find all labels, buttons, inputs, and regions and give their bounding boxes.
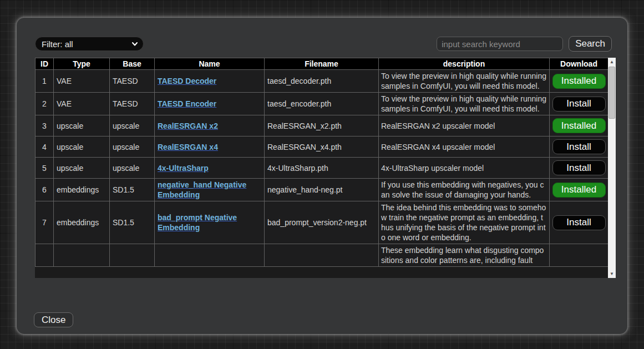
cell-filename: taesd_decoder.pth	[265, 70, 379, 93]
table-row: 2 VAE TAESD TAESD Encoder taesd_encoder.…	[36, 93, 608, 115]
table-row: 6 embeddings SD1.5 negative_hand Negativ…	[36, 179, 608, 201]
cell-type: upscale	[54, 136, 110, 158]
cell-name: RealESRGAN x2	[155, 115, 265, 136]
download-button[interactable]: Installed	[552, 183, 606, 198]
table-row: 3 upscale upscale RealESRGAN x2 RealESRG…	[36, 115, 608, 136]
model-name-link[interactable]: negative_hand Negative Embedding	[158, 180, 246, 199]
cell-description: RealESRGAN x4 upscaler model	[379, 136, 550, 158]
search-group: Search	[437, 36, 612, 52]
cell-id: 5	[36, 158, 54, 179]
model-table-body: 1 VAE TAESD TAESD Decoder taesd_decoder.…	[36, 70, 608, 267]
search-input[interactable]	[437, 37, 563, 51]
cell-name: bad_prompt Negative Embedding	[155, 201, 265, 244]
table-row: 4 upscale upscale RealESRGAN x4 RealESRG…	[36, 136, 608, 158]
cell-type: embeddings	[54, 201, 110, 244]
scrollbar-down-icon[interactable]: ▼	[608, 270, 616, 278]
download-button[interactable]: Install	[552, 160, 606, 175]
cell-download: Installed	[550, 115, 608, 136]
table-row: 1 VAE TAESD TAESD Decoder taesd_decoder.…	[36, 70, 608, 93]
cell-name: TAESD Decoder	[155, 70, 265, 93]
model-name-link[interactable]: 4x-UltraSharp	[158, 164, 209, 173]
cell-filename: negative_hand-neg.pt	[265, 179, 379, 201]
model-name-link[interactable]: TAESD Decoder	[158, 77, 216, 85]
cell-type: VAE	[54, 70, 110, 93]
model-name-link[interactable]: TAESD Encoder	[158, 99, 216, 108]
table-header-row: ID Type Base Name Filename description D…	[36, 58, 608, 70]
cell-filename: RealESRGAN_x2.pth	[265, 115, 379, 136]
column-header-id: ID	[36, 58, 54, 70]
cell-id: 4	[36, 136, 54, 158]
cell-id	[36, 244, 54, 267]
cell-base: TAESD	[110, 93, 155, 115]
download-button[interactable]: Install	[552, 139, 606, 154]
cell-base: SD1.5	[110, 179, 155, 201]
cell-name: RealESRGAN x4	[155, 136, 265, 158]
cell-filename: RealESRGAN_x4.pth	[265, 136, 379, 158]
cell-type: VAE	[54, 93, 110, 115]
cell-id: 6	[36, 179, 54, 201]
close-button[interactable]: Close	[34, 312, 73, 327]
scrollbar-up-icon[interactable]: ▲	[608, 58, 616, 66]
download-button[interactable]: Install	[552, 97, 606, 112]
cell-type	[54, 244, 110, 267]
cell-base: SD1.5	[110, 201, 155, 244]
cell-type: embeddings	[54, 179, 110, 201]
cell-name: TAESD Encoder	[155, 93, 265, 115]
model-name-link[interactable]: RealESRGAN x4	[158, 143, 218, 151]
column-header-type: Type	[54, 58, 110, 70]
cell-filename: taesd_encoder.pth	[265, 93, 379, 115]
column-header-filename: Filename	[265, 58, 379, 70]
download-button[interactable]: Install	[552, 215, 606, 230]
cell-download	[550, 244, 608, 267]
cell-type: upscale	[54, 158, 110, 179]
cell-filename: bad_prompt_version2-neg.pt	[265, 201, 379, 244]
column-header-description: description	[379, 58, 550, 70]
cell-type: upscale	[54, 115, 110, 136]
column-header-download: Download	[550, 58, 608, 70]
cell-name: 4x-UltraSharp	[155, 158, 265, 179]
cell-download: Install	[550, 158, 608, 179]
cell-base: TAESD	[110, 70, 155, 93]
cell-download: Install	[550, 136, 608, 158]
table-row: 5 upscale upscale 4x-UltraSharp 4x-Ultra…	[36, 158, 608, 179]
cell-id: 3	[36, 115, 54, 136]
cell-name	[155, 244, 265, 267]
cell-description: RealESRGAN x2 upscaler model	[379, 115, 550, 136]
model-manager-dialog: Filter: all Search ID Type	[17, 18, 627, 334]
cell-description: The idea behind this embedding was to so…	[379, 201, 550, 244]
comfyui-canvas: { "dialog": { "filter": { "selected": "F…	[0, 0, 644, 349]
model-table-area: ID Type Base Name Filename description D…	[35, 58, 616, 278]
model-table-viewport: ID Type Base Name Filename description D…	[35, 58, 608, 278]
filter-select-wrap: Filter: all	[35, 37, 144, 51]
cell-filename	[265, 244, 379, 267]
cell-base: upscale	[110, 158, 155, 179]
table-row: These embedding learn what disgusting co…	[36, 244, 608, 267]
cell-description: If you use this embedding with negatives…	[379, 179, 550, 201]
table-scrollbar[interactable]: ▲ ▼	[608, 58, 616, 278]
table-row: 7 embeddings SD1.5 bad_prompt Negative E…	[36, 201, 608, 244]
cell-description: To view the preview in high quality whil…	[379, 93, 550, 115]
cell-id: 2	[36, 93, 54, 115]
download-button[interactable]: Installed	[552, 118, 606, 133]
cell-description: These embedding learn what disgusting co…	[379, 244, 550, 267]
cell-download: Installed	[550, 179, 608, 201]
column-header-base: Base	[110, 58, 155, 70]
scrollbar-thumb[interactable]	[608, 67, 615, 119]
cell-description: 4x-UltraSharp upscaler model	[379, 158, 550, 179]
model-table: ID Type Base Name Filename description D…	[35, 58, 608, 267]
column-header-name: Name	[155, 58, 265, 70]
cell-filename: 4x-UltraSharp.pth	[265, 158, 379, 179]
cell-download: Install	[550, 201, 608, 244]
cell-base	[110, 244, 155, 267]
cell-download: Installed	[550, 70, 608, 93]
download-button[interactable]: Installed	[552, 74, 606, 89]
cell-name: negative_hand Negative Embedding	[155, 179, 265, 201]
model-name-link[interactable]: bad_prompt Negative Embedding	[158, 213, 237, 232]
cell-download: Install	[550, 93, 608, 115]
cell-id: 1	[36, 70, 54, 93]
filter-select[interactable]: Filter: all	[35, 37, 144, 51]
cell-base: upscale	[110, 136, 155, 158]
cell-base: upscale	[110, 115, 155, 136]
model-name-link[interactable]: RealESRGAN x2	[158, 122, 218, 130]
search-button[interactable]: Search	[569, 36, 612, 52]
